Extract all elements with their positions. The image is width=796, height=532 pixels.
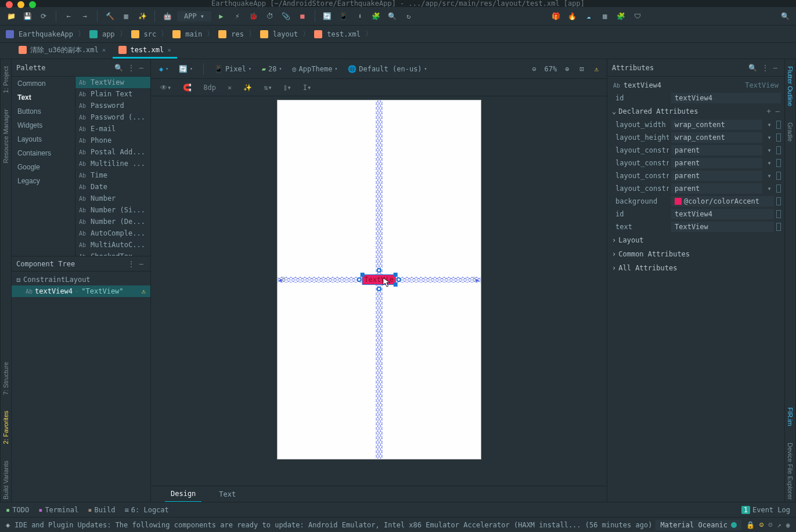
structure-tool[interactable]: 7: Structure <box>2 360 9 397</box>
guideline-icon[interactable]: I▾ <box>301 84 314 92</box>
bc-layout[interactable]: layout <box>273 30 298 38</box>
attr-value-input[interactable]: wrap_content <box>671 120 762 130</box>
mac-max-icon[interactable] <box>29 1 36 7</box>
zoom-out-icon[interactable]: ⊖ <box>530 65 538 73</box>
palette-item[interactable]: AbPlain Text <box>75 88 150 100</box>
palette-item[interactable]: AbE-mail <box>75 123 150 135</box>
add-icon[interactable]: + <box>767 107 771 115</box>
palette-category[interactable]: Text <box>12 91 75 104</box>
flutter-outline-tool[interactable]: Flutter Outline <box>787 64 794 108</box>
search-everywhere-icon[interactable]: 🔍 <box>779 10 791 23</box>
ct-root[interactable]: ⧈ ConstraintLayout <box>12 274 150 285</box>
palette-category[interactable]: Common <box>12 77 75 91</box>
apply-icon[interactable]: ⚡ <box>231 10 244 23</box>
attr-value-input[interactable]: @color/colorAccent <box>671 196 774 207</box>
palette-item[interactable]: AbMultiAutoC... <box>75 239 150 251</box>
goto-icon[interactable]: ↗ <box>777 521 781 529</box>
fir-tool[interactable]: FIR.im <box>787 405 794 428</box>
flag-icon[interactable] <box>776 146 781 154</box>
attr-value-input[interactable]: parent <box>671 171 762 181</box>
debug-icon[interactable]: 🐞 <box>247 10 260 23</box>
dropdown-icon[interactable]: ▾ <box>765 159 774 167</box>
all-section[interactable]: ›All Attributes <box>611 261 781 275</box>
search-icon[interactable]: 🔍 <box>112 64 125 72</box>
corner-handle[interactable] <box>394 283 398 287</box>
hide-icon[interactable]: — <box>771 64 780 72</box>
palette-item[interactable]: AbPhone <box>75 135 150 146</box>
gear-icon[interactable]: ⋮ <box>125 260 137 268</box>
palette-item[interactable]: AbPostal Add... <box>75 146 150 158</box>
flag-icon[interactable] <box>776 121 781 129</box>
avd-icon[interactable]: 📱 <box>337 10 350 23</box>
flag-icon[interactable] <box>776 159 781 167</box>
sad-icon[interactable]: ☹ <box>768 521 772 529</box>
palette-item[interactable]: AbTextView <box>75 77 150 88</box>
ext-icon[interactable]: 🧩 <box>615 10 628 23</box>
palette-category[interactable]: Layouts <box>12 132 75 146</box>
warning-icon[interactable]: ⚠ <box>592 65 601 73</box>
dropdown-icon[interactable]: ▾ <box>765 146 774 154</box>
open-icon[interactable]: 📁 <box>5 10 17 23</box>
attr-value-input[interactable]: textView4 <box>671 93 781 103</box>
flag-icon[interactable] <box>776 197 781 205</box>
palette-item[interactable]: AbCheckedTex... <box>75 251 150 256</box>
sync-gradle-icon[interactable]: 🔄 <box>321 10 334 23</box>
bc-src[interactable]: src <box>144 30 157 38</box>
theme-selector[interactable]: ◎ AppTheme▾ <box>290 65 340 73</box>
undo-icon[interactable]: ← <box>62 10 75 23</box>
gradle-tool[interactable]: Gradle <box>787 120 794 144</box>
bc-file[interactable]: test.xml <box>327 30 361 38</box>
palette-category[interactable]: Widgets <box>12 118 75 132</box>
run-icon[interactable]: ▶ <box>215 10 228 23</box>
palette-item[interactable]: AbNumber (De... <box>75 216 150 227</box>
project-tool[interactable]: 1: Project <box>2 64 9 95</box>
hide-icon[interactable]: — <box>137 260 146 268</box>
shield-icon[interactable]: 🛡 <box>631 10 644 23</box>
build-variants-tool[interactable]: Build Variants <box>2 458 9 502</box>
structure-icon[interactable]: 🧩 <box>370 10 383 23</box>
corner-handle[interactable] <box>360 273 364 277</box>
palette-item[interactable]: AbTime <box>75 169 150 181</box>
device-selector[interactable]: 📱 Pixel▾ <box>212 65 254 73</box>
dropdown-icon[interactable]: ▾ <box>765 133 774 142</box>
locale-selector[interactable]: 🌐 Default (en-us) ▾ <box>345 65 429 73</box>
terminal-tool[interactable]: ▪Terminal <box>38 506 78 514</box>
file-tab[interactable]: 清除_u36的副本.xml × <box>13 42 111 60</box>
cloud-icon[interactable]: ☁ <box>582 10 595 23</box>
palette-item[interactable]: AbPassword <box>75 100 150 111</box>
api-selector[interactable]: ▰ 28▾ <box>260 65 284 73</box>
clear-constraints-icon[interactable]: ✕ <box>225 84 234 92</box>
dropdown-icon[interactable]: ▾ <box>765 172 774 180</box>
device-frame[interactable]: ◀ ▶ 8 8 TextVie <box>277 100 481 459</box>
magnet-icon[interactable]: 🧲 <box>181 84 194 92</box>
gear-icon[interactable]: ⋮ <box>125 64 137 72</box>
flag-icon[interactable] <box>776 210 781 218</box>
wand-icon[interactable]: ✨ <box>136 10 149 23</box>
sync-icon[interactable]: ⟳ <box>37 10 50 23</box>
attr-value-input[interactable]: TextView <box>671 222 774 232</box>
redo-icon[interactable]: → <box>78 10 91 23</box>
theme-badge[interactable]: Material Oceanic <box>655 520 741 530</box>
flag-icon[interactable] <box>776 184 781 193</box>
top-handle[interactable] <box>376 268 381 273</box>
make-icon[interactable]: 🔨 <box>103 10 116 23</box>
grid-icon[interactable]: ▦ <box>599 10 611 23</box>
android-icon[interactable]: 🤖 <box>161 10 174 23</box>
chrome-icon[interactable]: ◉ <box>786 521 790 529</box>
attr-value-input[interactable]: wrap_content <box>671 132 762 143</box>
align-icon[interactable]: ⫿▾ <box>282 84 294 92</box>
tab-design[interactable]: Design <box>165 486 201 502</box>
infer-constraints-icon[interactable]: ✨ <box>241 84 254 92</box>
logcat-tool[interactable]: ≡6: Logcat <box>125 506 169 514</box>
common-section[interactable]: ›Common Attributes <box>611 247 781 261</box>
left-handle[interactable] <box>356 277 361 282</box>
bc-app[interactable]: app <box>102 30 115 38</box>
declared-section[interactable]: ⌄ Declared Attributes + — <box>611 104 781 118</box>
ct-node-textview[interactable]: Ab textView4 - "TextView" ⚠ <box>12 285 150 297</box>
bc-res[interactable]: res <box>231 30 244 38</box>
palette-item[interactable]: AbNumber <box>75 193 150 204</box>
stop-icon[interactable]: ■ <box>296 10 309 23</box>
fire-icon[interactable]: 🔥 <box>566 10 579 23</box>
smiley-icon[interactable]: ☺ <box>759 521 763 529</box>
close-icon[interactable]: × <box>167 46 171 54</box>
